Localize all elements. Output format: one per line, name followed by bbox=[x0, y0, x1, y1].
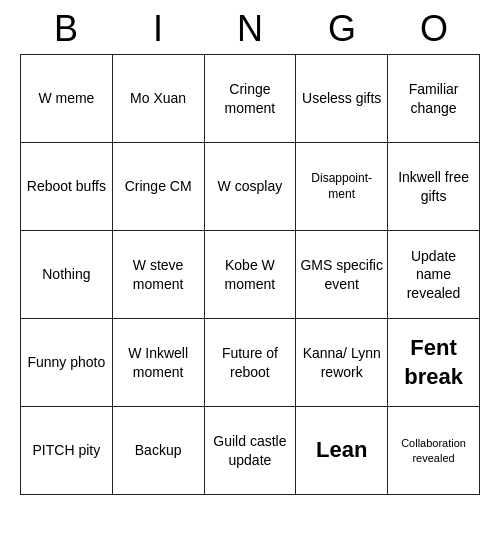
cell-r2-c0: Nothing bbox=[21, 231, 113, 319]
letter-o: O bbox=[394, 8, 474, 50]
letter-g: G bbox=[302, 8, 382, 50]
cell-r4-c1: Backup bbox=[112, 407, 204, 495]
letter-i: I bbox=[118, 8, 198, 50]
letter-n: N bbox=[210, 8, 290, 50]
cell-r1-c3: Disappoint-ment bbox=[296, 143, 388, 231]
cell-r4-c2: Guild castle update bbox=[204, 407, 296, 495]
cell-r2-c1: W steve moment bbox=[112, 231, 204, 319]
cell-r2-c2: Kobe W moment bbox=[204, 231, 296, 319]
cell-r0-c0: W meme bbox=[21, 55, 113, 143]
cell-r4-c4: Collaboration revealed bbox=[388, 407, 480, 495]
cell-r1-c4: Inkwell free gifts bbox=[388, 143, 480, 231]
cell-r0-c1: Mo Xuan bbox=[112, 55, 204, 143]
cell-r1-c0: Reboot buffs bbox=[21, 143, 113, 231]
cell-r1-c2: W cosplay bbox=[204, 143, 296, 231]
bingo-title: B I N G O bbox=[20, 0, 480, 54]
cell-r3-c1: W Inkwell moment bbox=[112, 319, 204, 407]
cell-r2-c3: GMS specific event bbox=[296, 231, 388, 319]
letter-b: B bbox=[26, 8, 106, 50]
cell-r3-c2: Future of reboot bbox=[204, 319, 296, 407]
bingo-grid: W memeMo XuanCringe momentUseless giftsF… bbox=[20, 54, 480, 495]
cell-r3-c3: Kanna/ Lynn rework bbox=[296, 319, 388, 407]
cell-r0-c3: Useless gifts bbox=[296, 55, 388, 143]
cell-r4-c3: Lean bbox=[296, 407, 388, 495]
cell-r3-c4: Fent break bbox=[388, 319, 480, 407]
cell-r3-c0: Funny photo bbox=[21, 319, 113, 407]
cell-r2-c4: Update name revealed bbox=[388, 231, 480, 319]
cell-r1-c1: Cringe CM bbox=[112, 143, 204, 231]
cell-r0-c2: Cringe moment bbox=[204, 55, 296, 143]
cell-r0-c4: Familiar change bbox=[388, 55, 480, 143]
cell-r4-c0: PITCH pity bbox=[21, 407, 113, 495]
